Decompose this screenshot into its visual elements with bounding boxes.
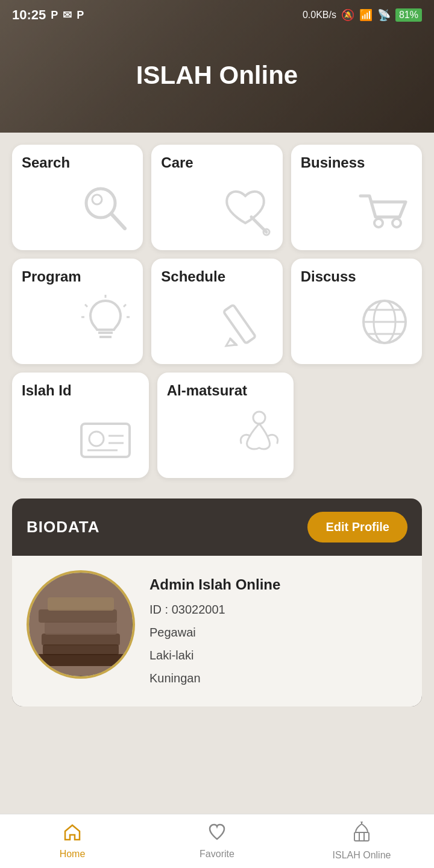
- time: 10:25: [12, 7, 46, 23]
- menu-card-search[interactable]: Search: [12, 145, 143, 250]
- heart-icon: [207, 823, 227, 846]
- wifi-icon: 📡: [377, 8, 391, 22]
- home-icon: [63, 823, 82, 846]
- empty-slot: [302, 373, 422, 478]
- user-gender: Laki-laki: [149, 646, 407, 664]
- biodata-title: BIODATA: [27, 518, 100, 536]
- business-icon: [301, 176, 415, 238]
- app-title: ISLAH Online: [136, 61, 298, 90]
- battery-icon: 81%: [395, 8, 422, 22]
- menu-card-business-label: Business: [301, 154, 365, 171]
- user-location: Kuningan: [149, 669, 407, 687]
- avatar-image: [29, 573, 133, 676]
- svg-point-26: [253, 412, 265, 424]
- mail-icon: ✉: [63, 8, 72, 22]
- grid-row-3: Islah Id Al-matsurat: [12, 373, 422, 478]
- nav-item-favorite[interactable]: Favorite: [145, 823, 289, 860]
- svg-point-38: [360, 822, 363, 823]
- al-matsurat-icon: [167, 404, 287, 466]
- grid-row-1: Search Care: [12, 145, 422, 250]
- menu-card-program-label: Program: [22, 268, 81, 285]
- svg-rect-33: [36, 654, 126, 666]
- biodata-section: BIODATA Edit Profile: [12, 498, 422, 706]
- svg-rect-28: [42, 634, 120, 646]
- menu-card-search-label: Search: [22, 154, 70, 171]
- menu-card-program[interactable]: Program: [12, 259, 143, 364]
- svg-line-1: [112, 214, 125, 228]
- svg-point-2: [92, 195, 102, 204]
- p-icon: P: [51, 9, 58, 22]
- svg-rect-32: [43, 644, 119, 655]
- menu-card-al-matsurat[interactable]: Al-matsurat: [157, 373, 294, 478]
- svg-rect-34: [354, 832, 369, 841]
- svg-rect-29: [45, 621, 117, 635]
- svg-point-22: [89, 432, 104, 446]
- biodata-body: Admin Islah Online ID : 03022001 Pegawai…: [12, 556, 422, 706]
- search-icon: [22, 176, 136, 238]
- menu-card-business[interactable]: Business: [291, 145, 422, 250]
- grid-row-2: Program Schedule: [12, 259, 422, 364]
- svg-line-11: [124, 304, 126, 307]
- avatar: [27, 570, 135, 679]
- menu-card-care-label: Care: [161, 154, 193, 171]
- signal-icon: 📶: [359, 8, 373, 22]
- nav-favorite-label: Favorite: [200, 849, 234, 860]
- menu-card-al-matsurat-label: Al-matsurat: [167, 382, 247, 399]
- care-icon: [161, 176, 275, 238]
- user-role: Pegawai: [149, 623, 407, 641]
- nav-home-label: Home: [60, 849, 86, 860]
- menu-card-islah-id-label: Islah Id: [22, 382, 72, 399]
- status-bar: 10:25 P ✉ P 0.0KB/s 🔕 📶 📡 81%: [0, 0, 434, 30]
- globe-nav-icon: [351, 822, 373, 848]
- status-right: 0.0KB/s 🔕 📶 📡 81%: [303, 8, 422, 22]
- network-speed: 0.0KB/s: [303, 10, 336, 20]
- program-icon: [22, 290, 136, 352]
- edit-profile-button[interactable]: Edit Profile: [307, 512, 407, 542]
- user-id: ID : 03022001: [149, 600, 407, 618]
- menu-card-discuss[interactable]: Discuss: [291, 259, 422, 364]
- svg-rect-14: [223, 304, 256, 344]
- nav-item-home[interactable]: Home: [0, 823, 145, 860]
- mute-icon: 🔕: [341, 8, 354, 22]
- nav-islah-online-label: ISLAH Online: [333, 850, 391, 861]
- p2-icon: P: [77, 9, 84, 22]
- menu-card-islah-id[interactable]: Islah Id: [12, 373, 149, 478]
- svg-rect-31: [48, 597, 114, 611]
- svg-point-5: [374, 219, 383, 227]
- svg-point-6: [392, 219, 401, 227]
- main-content: Search Care: [0, 133, 434, 856]
- menu-grid: Search Care: [0, 133, 434, 492]
- svg-line-10: [85, 304, 87, 307]
- discuss-icon: [301, 290, 415, 352]
- menu-card-schedule-label: Schedule: [161, 268, 225, 285]
- bottom-nav: Home Favorite ISLAH Online: [0, 814, 434, 868]
- user-name: Admin Islah Online: [149, 576, 407, 593]
- user-info: Admin Islah Online ID : 03022001 Pegawai…: [149, 570, 407, 692]
- menu-card-care[interactable]: Care: [151, 145, 282, 250]
- menu-card-schedule[interactable]: Schedule: [151, 259, 282, 364]
- status-left: 10:25 P ✉ P: [12, 7, 84, 23]
- nav-item-islah-online[interactable]: ISLAH Online: [289, 822, 434, 861]
- menu-card-discuss-label: Discuss: [301, 268, 356, 285]
- islah-id-icon: [22, 404, 142, 466]
- schedule-icon: [161, 290, 275, 352]
- svg-rect-30: [39, 609, 117, 623]
- biodata-header: BIODATA Edit Profile: [12, 498, 422, 556]
